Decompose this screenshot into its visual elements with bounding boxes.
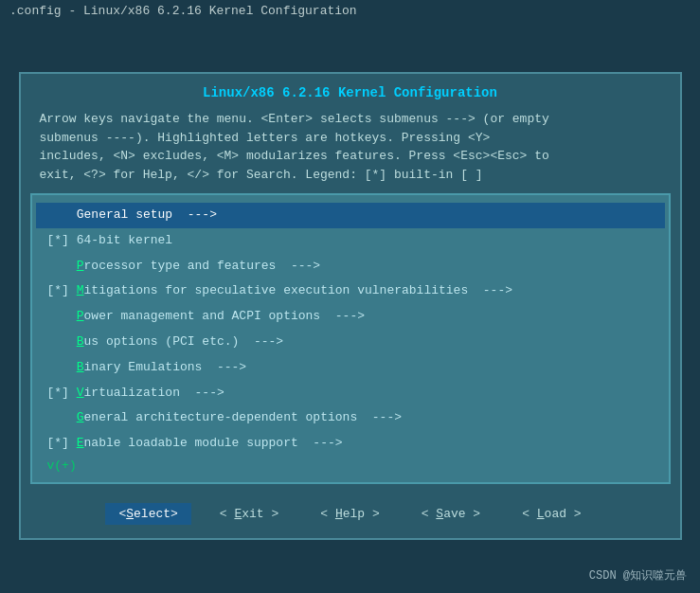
- menu-item-bus[interactable]: Bus options (PCI etc.) --->: [36, 330, 665, 355]
- menu-item-binary[interactable]: Binary Emulations --->: [36, 355, 665, 381]
- main-window: Linux/x86 6.2.16 Kernel Configuration Ar…: [19, 72, 682, 540]
- menu-item-64bit[interactable]: [*] 64-bit kernel: [36, 228, 665, 254]
- title-bar: .config - Linux/x86 6.2.16 Kernel Config…: [0, 0, 700, 22]
- select-button[interactable]: <Select>: [105, 503, 190, 525]
- save-button[interactable]: < Save >: [408, 503, 494, 525]
- help-line4: exit, <?> for Help, </> for Search. Lege…: [40, 166, 661, 185]
- menu-item-loadable[interactable]: [*] Enable loadable module support --->: [36, 431, 665, 457]
- help-line3: includes, <N> excludes, <M> modularizes …: [40, 147, 661, 166]
- menu-item-processor[interactable]: Processor type and features --->: [36, 254, 665, 279]
- button-row: <Select> < Exit > < Help > < Save > < Lo…: [21, 494, 680, 538]
- help-line2: submenus ----). Highlighted letters are …: [40, 129, 661, 148]
- help-text: Arrow keys navigate the menu. <Enter> se…: [21, 106, 680, 193]
- menu-item-general-setup[interactable]: General setup --->: [36, 203, 665, 228]
- title-bar-text: .config - Linux/x86 6.2.16 Kernel Config…: [9, 4, 357, 18]
- menu-area: General setup ---> [*] 64-bit kernel Pro…: [30, 193, 671, 484]
- window-header: Linux/x86 6.2.16 Kernel Configuration: [21, 74, 680, 106]
- load-button[interactable]: < Load >: [509, 503, 594, 525]
- menu-item-general-arch[interactable]: General architecture-dependent options -…: [36, 405, 665, 431]
- exit-button[interactable]: < Exit >: [206, 503, 292, 525]
- help-line1: Arrow keys navigate the menu. <Enter> se…: [40, 110, 661, 129]
- menu-item-virtualization[interactable]: [*] Virtualization --->: [36, 381, 665, 406]
- v-indicator: v(+): [36, 457, 665, 475]
- watermark: CSDN @知识噬元兽: [589, 567, 687, 584]
- help-button[interactable]: < Help >: [307, 503, 392, 525]
- menu-item-mitigations[interactable]: [*] Mitigations for speculative executio…: [36, 279, 665, 304]
- menu-item-power[interactable]: Power management and ACPI options --->: [36, 304, 665, 330]
